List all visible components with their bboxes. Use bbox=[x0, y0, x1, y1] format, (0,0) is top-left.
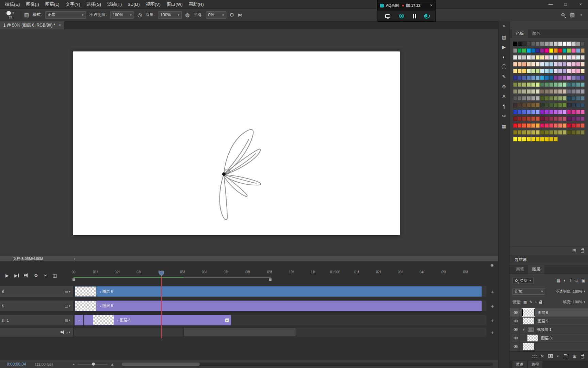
color-swatch[interactable] bbox=[536, 82, 540, 87]
tab-paths[interactable]: 路径 bbox=[528, 361, 542, 368]
symmetry-icon[interactable]: ⋈ bbox=[238, 12, 243, 18]
document-canvas[interactable] bbox=[73, 51, 400, 235]
color-swatch[interactable] bbox=[540, 55, 544, 60]
navigator-panel-header[interactable]: 导航器 bbox=[510, 255, 588, 264]
color-swatch[interactable] bbox=[554, 110, 558, 114]
color-swatch[interactable] bbox=[558, 55, 562, 60]
layer-style-fx-icon[interactable]: fx bbox=[541, 354, 544, 358]
color-swatch[interactable] bbox=[571, 103, 575, 107]
layer-blend-mode-select[interactable]: 正常 ▾ bbox=[512, 288, 545, 295]
blend-mode-select[interactable]: 正常 ▾ bbox=[45, 11, 86, 19]
color-swatch[interactable] bbox=[513, 55, 517, 60]
clone-source-icon[interactable]: ⊕ bbox=[502, 84, 506, 89]
color-swatch[interactable] bbox=[581, 42, 585, 46]
color-swatch[interactable] bbox=[513, 76, 517, 80]
tab-swatches[interactable]: 色板 bbox=[512, 29, 528, 38]
color-swatch[interactable] bbox=[581, 130, 585, 135]
menu-item[interactable]: 选择(S) bbox=[83, 0, 104, 9]
color-swatch[interactable] bbox=[581, 82, 585, 87]
color-swatch[interactable] bbox=[549, 48, 553, 53]
tab-brushes[interactable]: 画笔 bbox=[512, 265, 528, 274]
color-swatch[interactable] bbox=[567, 48, 571, 53]
color-swatch[interactable] bbox=[581, 110, 585, 114]
color-swatch[interactable] bbox=[527, 82, 531, 87]
color-swatch[interactable] bbox=[518, 110, 522, 114]
color-swatch[interactable] bbox=[544, 103, 549, 107]
timeline-clip[interactable]: › 图层 5 bbox=[75, 301, 482, 311]
color-swatch[interactable] bbox=[558, 123, 562, 128]
color-swatch[interactable] bbox=[527, 69, 531, 73]
adjustments-icon[interactable]: ◐ bbox=[503, 55, 505, 59]
tab-channels[interactable]: 通道 bbox=[512, 361, 527, 368]
color-swatch[interactable] bbox=[518, 62, 522, 66]
close-button[interactable]: × bbox=[573, 0, 588, 9]
color-swatch[interactable] bbox=[549, 103, 553, 107]
layer-row[interactable]: 图层 3 bbox=[510, 334, 588, 342]
color-swatch[interactable] bbox=[536, 130, 540, 135]
color-swatch[interactable] bbox=[544, 137, 549, 141]
color-swatch[interactable] bbox=[527, 55, 531, 60]
color-swatch[interactable] bbox=[554, 130, 558, 135]
color-swatch[interactable] bbox=[536, 89, 540, 94]
playhead-handle[interactable] bbox=[159, 271, 164, 276]
color-swatch[interactable] bbox=[576, 110, 580, 114]
color-swatch[interactable] bbox=[576, 89, 580, 94]
color-swatch[interactable] bbox=[540, 130, 544, 135]
color-swatch[interactable] bbox=[527, 110, 531, 114]
add-media-button[interactable]: + bbox=[489, 303, 496, 309]
timeline-ruler[interactable]: 0001f02f03f04f05f06f07f08f09f10f11f01:00… bbox=[63, 270, 476, 274]
menu-item[interactable]: 文字(Y) bbox=[63, 0, 83, 9]
color-swatch[interactable] bbox=[554, 82, 558, 87]
color-swatch[interactable] bbox=[567, 82, 571, 87]
color-swatch[interactable] bbox=[562, 123, 567, 128]
color-swatch[interactable] bbox=[531, 62, 535, 66]
color-swatch[interactable] bbox=[513, 69, 517, 73]
brush-preset-picker[interactable]: ▾ 15 bbox=[3, 11, 17, 19]
menu-item[interactable]: 图像(I) bbox=[23, 0, 42, 9]
add-audio-button[interactable]: + bbox=[489, 329, 496, 335]
document-tab[interactable]: 1 @ 50% (图层 6, RGB/8#) * × bbox=[0, 21, 65, 29]
add-mask-icon[interactable] bbox=[548, 354, 553, 358]
filter-shape-icon[interactable]: ▭ bbox=[574, 278, 578, 283]
color-swatch[interactable] bbox=[549, 117, 553, 121]
paragraph-icon[interactable]: ¶ bbox=[503, 104, 505, 109]
color-swatch[interactable] bbox=[527, 130, 531, 135]
filter-adjustment-icon[interactable]: ◐ bbox=[564, 278, 566, 283]
menu-item[interactable]: 3D(D) bbox=[125, 0, 143, 9]
properties-icon[interactable]: ▦ bbox=[502, 124, 506, 128]
color-swatch[interactable] bbox=[567, 89, 571, 94]
color-swatch[interactable] bbox=[558, 117, 562, 121]
next-frame-button[interactable]: ▶ bbox=[14, 273, 19, 278]
color-swatch[interactable] bbox=[527, 117, 531, 121]
color-swatch[interactable] bbox=[571, 69, 575, 73]
color-swatch[interactable] bbox=[531, 76, 535, 80]
color-swatch[interactable] bbox=[567, 130, 571, 135]
color-swatch[interactable] bbox=[540, 137, 544, 141]
filter-type-icon[interactable]: T bbox=[569, 278, 571, 283]
color-swatch[interactable] bbox=[522, 76, 526, 80]
audio-track-options[interactable]: ♪ ▾ bbox=[61, 330, 70, 334]
color-swatch[interactable] bbox=[531, 130, 535, 135]
color-swatch[interactable] bbox=[558, 103, 562, 107]
visibility-cell[interactable] bbox=[512, 308, 520, 317]
scrollbar-thumb[interactable] bbox=[121, 363, 200, 366]
color-swatch[interactable] bbox=[518, 130, 522, 135]
color-swatch[interactable] bbox=[581, 48, 585, 53]
color-swatch[interactable] bbox=[571, 123, 575, 128]
color-swatch[interactable] bbox=[531, 103, 535, 107]
color-swatch[interactable] bbox=[536, 117, 540, 121]
color-swatch[interactable] bbox=[571, 130, 575, 135]
track-options[interactable]: ▤ ▾ bbox=[65, 290, 70, 293]
layer-opacity-control[interactable]: 不透明度: 100% ▾ bbox=[555, 289, 585, 294]
timeline-clip-stub[interactable]: › bbox=[75, 315, 83, 325]
color-swatch[interactable] bbox=[549, 130, 553, 135]
color-swatch[interactable] bbox=[540, 96, 544, 101]
color-swatch[interactable] bbox=[531, 69, 535, 73]
color-swatch[interactable] bbox=[513, 137, 517, 141]
zoom-in-icon[interactable]: ▲ bbox=[110, 362, 114, 366]
color-swatch[interactable] bbox=[536, 76, 540, 80]
timeline-clip[interactable]: › 图层 3 ▸ bbox=[84, 315, 231, 325]
color-swatch[interactable] bbox=[522, 117, 526, 121]
add-media-button[interactable]: + bbox=[489, 317, 496, 323]
color-swatch[interactable] bbox=[554, 76, 558, 80]
